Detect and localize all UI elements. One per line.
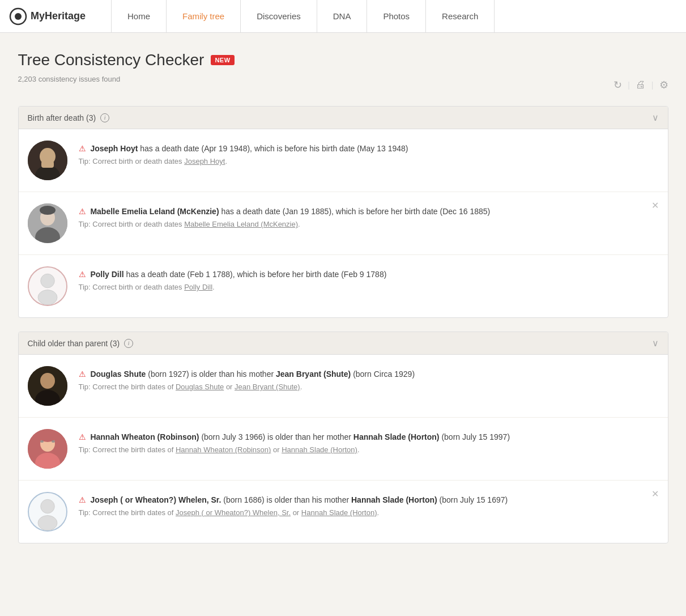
collapse-icon-2[interactable]: ∨ (652, 338, 659, 349)
dismiss-joseph-wheaton[interactable]: ✕ (651, 490, 659, 499)
svg-rect-24 (52, 440, 55, 443)
svg-rect-6 (41, 161, 54, 168)
svg-rect-23 (40, 440, 44, 443)
issue-tip-joseph-wheaton: Tip: Correct the birth dates of Joseph (… (79, 508, 659, 517)
issue-joseph-wheaton: ⚠ Joseph ( or Wheaton?) Whelen, Sr. (bor… (19, 481, 668, 543)
page-content: Tree Consistency Checker NEW 2,203 consi… (9, 33, 678, 580)
person-name[interactable]: Joseph Hoyt (90, 144, 138, 153)
issue-text-joseph-wheaton: ⚠ Joseph ( or Wheaton?) Whelen, Sr. (bor… (79, 494, 659, 506)
person-name-douglas[interactable]: Douglas Shute (90, 369, 146, 379)
avatar-placeholder-female-svg (29, 267, 66, 305)
issue-text-douglas: ⚠ Douglas Shute (born 1927) is older tha… (79, 368, 659, 380)
sep1: | (628, 80, 630, 90)
logo-icon (9, 7, 27, 26)
issue-tip-polly: Tip: Correct birth or death dates Polly … (79, 283, 659, 291)
issue-tip-hannah-wheaton: Tip: Correct the birth dates of Hannah W… (79, 445, 659, 454)
issue-desc-douglas-2: (born Circa 1929) (353, 369, 415, 379)
avatar-joseph-wheaton[interactable] (28, 492, 67, 532)
nav-dna[interactable]: DNA (317, 0, 368, 33)
person-name-joseph-wheaton[interactable]: Joseph ( or Wheaton?) Whelen, Sr. (90, 495, 221, 504)
svg-point-1 (15, 13, 22, 20)
tip-link-mabelle[interactable]: Mabelle Emelia Leland (McKenzie) (184, 220, 298, 228)
section-title-group-1: Birth after death (3) i (28, 113, 110, 122)
warning-icon: ⚠ (79, 144, 86, 153)
tip-link-douglas[interactable]: Douglas Shute (176, 383, 224, 391)
logo-text: MyHeritage (31, 10, 86, 22)
issue-tip-mabelle: Tip: Correct birth or death dates Mabell… (79, 220, 659, 228)
person-name-polly[interactable]: Polly Dill (90, 270, 123, 279)
warning-icon-5: ⚠ (79, 432, 86, 441)
dismiss-mabelle[interactable]: ✕ (651, 201, 659, 210)
warning-icon-6: ⚠ (79, 495, 86, 504)
tip-link-jean[interactable]: Jean Bryant (Shute) (235, 383, 300, 391)
issue-hannah-wheaton: ⚠ Hannah Wheaton (Robinson) (born July 3… (19, 418, 668, 481)
avatar-douglas[interactable] (28, 366, 67, 406)
tip-link-joseph-wheaton[interactable]: Joseph ( or Wheaton?) Whelen, Sr. (176, 508, 291, 517)
tip-link-polly[interactable]: Polly Dill (184, 283, 212, 291)
person-name-hannah-wheaton[interactable]: Hannah Wheaton (Robinson) (90, 432, 199, 441)
issue-description: has a death date (Apr 19 1948), which is… (140, 144, 408, 153)
svg-point-12 (40, 274, 54, 288)
issue-text-polly-dill: ⚠ Polly Dill has a death date (Feb 1 178… (79, 269, 659, 281)
person-name-hannah-slade[interactable]: Hannah Slade (Horton) (353, 432, 440, 441)
issue-desc-joseph-2: (born July 15 1697) (440, 495, 508, 504)
issues-count: 2,203 consistency issues found (18, 75, 121, 83)
issue-content-polly-dill: ⚠ Polly Dill has a death date (Feb 1 178… (79, 266, 659, 291)
issue-content-joseph-hoyt: ⚠ Joseph Hoyt has a death date (Apr 19 1… (79, 141, 659, 165)
issue-tip-douglas: Tip: Correct the birth dates of Douglas … (79, 383, 659, 391)
section-birth-after-death: Birth after death (3) i ∨ ⚠ Joseph Hoyt (18, 106, 668, 318)
issue-description-polly: has a death date (Feb 1 1788), which is … (126, 270, 386, 279)
issue-mabelle: ⚠ Mabelle Emelia Leland (McKenzie) has a… (19, 192, 668, 255)
nav-home[interactable]: Home (111, 0, 167, 33)
person-name-mabelle[interactable]: Mabelle Emelia Leland (McKenzie) (90, 207, 219, 216)
section-child-older-than-parent: Child older than parent (3) i ∨ ⚠ Dougla… (18, 332, 668, 543)
avatar-photo-joseph (28, 141, 67, 180)
info-icon-1[interactable]: i (100, 113, 109, 122)
avatar-mabelle[interactable] (28, 203, 67, 243)
nav-research[interactable]: Research (426, 0, 495, 33)
nav-discoveries[interactable]: Discoveries (241, 0, 317, 33)
avatar-hannah-wheaton[interactable] (28, 429, 67, 469)
issue-text-hannah-wheaton: ⚠ Hannah Wheaton (Robinson) (born July 3… (79, 431, 659, 443)
avatar-photo-hannah (28, 429, 67, 469)
issue-douglas-shute: ⚠ Douglas Shute (born 1927) is older tha… (19, 355, 668, 418)
logo[interactable]: MyHeritage (9, 7, 100, 26)
info-icon-2[interactable]: i (124, 339, 133, 348)
page-title-row: Tree Consistency Checker NEW (18, 51, 668, 69)
person-name-jean[interactable]: Jean Bryant (Shute) (276, 369, 351, 379)
page-title: Tree Consistency Checker (18, 51, 204, 69)
section-header-2: Child older than parent (3) i ∨ (19, 332, 668, 355)
tip-link-joseph-hoyt[interactable]: Joseph Hoyt (184, 157, 225, 165)
avatar-polly-dill[interactable] (28, 266, 67, 306)
warning-icon-3: ⚠ (79, 270, 86, 279)
svg-point-25 (40, 499, 54, 513)
issue-desc-douglas-1: (born 1927) is older than his mother (148, 369, 276, 379)
svg-point-17 (42, 375, 53, 386)
issue-desc-hannah-1: (born July 3 1966) is older than her mot… (201, 432, 353, 441)
warning-icon-2: ⚠ (79, 207, 86, 216)
section-title-2: Child older than parent (3) (28, 339, 120, 348)
settings-icon[interactable]: ⚙ (659, 79, 668, 91)
collapse-icon-1[interactable]: ∨ (652, 112, 659, 123)
print-icon[interactable]: 🖨 (636, 79, 646, 91)
avatar-photo-douglas (28, 366, 67, 406)
issue-content-mabelle: ⚠ Mabelle Emelia Leland (McKenzie) has a… (79, 203, 659, 228)
tip-link-hannah-slade-2[interactable]: Hannah Slade (Horton) (301, 508, 377, 517)
issue-content-douglas: ⚠ Douglas Shute (born 1927) is older tha… (79, 366, 659, 391)
issue-polly-dill: ⚠ Polly Dill has a death date (Feb 1 178… (19, 255, 668, 317)
issue-content-hannah-wheaton: ⚠ Hannah Wheaton (Robinson) (born July 3… (79, 429, 659, 454)
section-title-group-2: Child older than parent (3) i (28, 339, 134, 348)
refresh-icon[interactable]: ↻ (613, 79, 622, 91)
nav-photos[interactable]: Photos (367, 0, 426, 33)
tip-link-hannah-wheaton[interactable]: Hannah Wheaton (Robinson) (176, 445, 271, 454)
nav-family-tree[interactable]: Family tree (167, 0, 241, 33)
nav-items: Home Family tree Discoveries DNA Photos … (111, 0, 677, 33)
issue-description-mabelle: has a death date (Jan 19 1885), which is… (221, 207, 490, 216)
svg-point-13 (38, 290, 57, 305)
issue-desc-joseph-1: (born 1686) is older than his mother (223, 495, 351, 504)
person-name-hannah-slade-2[interactable]: Hannah Slade (Horton) (351, 495, 437, 504)
issue-text-mabelle: ⚠ Mabelle Emelia Leland (McKenzie) has a… (79, 206, 659, 218)
section-title-1: Birth after death (3) (28, 113, 96, 122)
avatar-joseph-hoyt[interactable] (28, 141, 67, 180)
tip-link-hannah-slade-1[interactable]: Hannah Slade (Horton) (282, 445, 357, 454)
